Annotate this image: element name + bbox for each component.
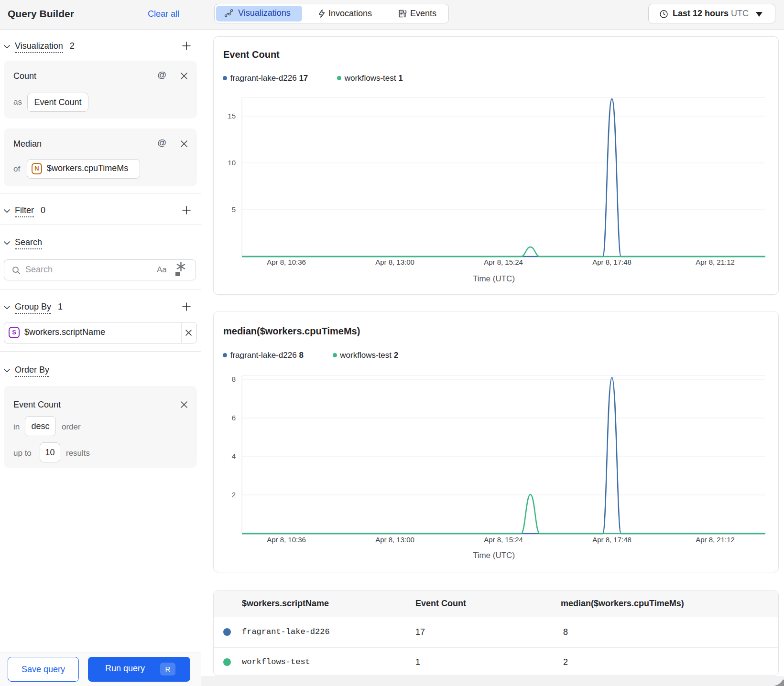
svg-text:Apr 8, 10:36: Apr 8, 10:36 xyxy=(267,536,306,544)
svg-text:Time (UTC): Time (UTC) xyxy=(473,551,515,560)
svg-text:2: 2 xyxy=(232,491,236,499)
svg-text:Apr 8, 13:00: Apr 8, 13:00 xyxy=(375,258,414,266)
svg-text:Apr 8, 21:12: Apr 8, 21:12 xyxy=(696,258,735,266)
svg-text:5: 5 xyxy=(232,205,236,214)
svg-text:Apr 8, 21:12: Apr 8, 21:12 xyxy=(696,536,735,544)
svg-text:8: 8 xyxy=(232,375,236,383)
svg-text:Apr 8, 17:48: Apr 8, 17:48 xyxy=(592,536,632,544)
svg-text:15: 15 xyxy=(228,112,236,120)
svg-text:Apr 8, 17:48: Apr 8, 17:48 xyxy=(592,258,632,266)
svg-text:Time (UTC): Time (UTC) xyxy=(473,274,515,283)
svg-text:10: 10 xyxy=(228,159,236,167)
svg-text:Apr 8, 10:36: Apr 8, 10:36 xyxy=(267,258,306,266)
svg-text:4: 4 xyxy=(232,452,236,460)
svg-text:Apr 8, 15:24: Apr 8, 15:24 xyxy=(484,258,523,266)
svg-text:Apr 8, 13:00: Apr 8, 13:00 xyxy=(375,536,414,544)
svg-text:6: 6 xyxy=(232,414,236,422)
svg-text:Apr 8, 15:24: Apr 8, 15:24 xyxy=(484,536,523,544)
